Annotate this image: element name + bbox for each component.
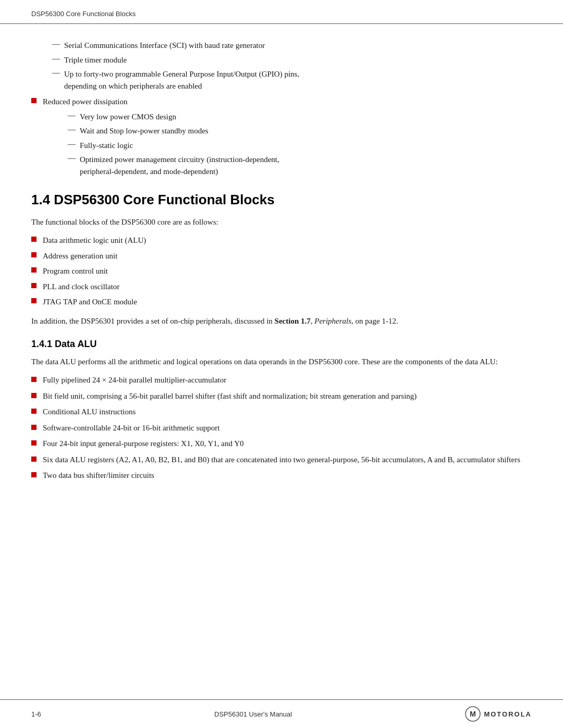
list-item: — Optimized power management circuitry (… (47, 154, 532, 177)
dash-icon: — (52, 40, 60, 48)
bullet-text: Reduced power dissipation (43, 96, 127, 108)
reduced-power-list: Reduced power dissipation (31, 96, 532, 108)
section-1-4-1-heading: 1.4.1 Data ALU (31, 339, 532, 350)
list-item: — Very low power CMOS design (47, 111, 532, 123)
list-item: Four 24-bit input general-purpose regist… (31, 438, 532, 450)
footer-page-number: 1-6 (31, 710, 41, 718)
bullet-square-icon (31, 252, 36, 257)
section-num-bold: 1.7 (301, 317, 311, 325)
bullet-text: Data arithmetic logic unit (ALU) (43, 235, 146, 246)
bullet-text: Software-controllable 24-bit or 16-bit a… (43, 422, 220, 434)
content-area: — Serial Communications Interface (SCI) … (0, 24, 563, 699)
dash-icon: — (68, 140, 76, 149)
bullet-text: Wait and Stop low-power standby modes (80, 125, 532, 137)
list-item: Bit field unit, comprising a 56-bit para… (31, 390, 532, 402)
dash-icon: — (52, 54, 60, 63)
motorola-m-icon: M (465, 706, 481, 722)
bullet-square-icon (31, 393, 36, 398)
list-item: JTAG TAP and OnCE module (31, 296, 532, 308)
bullet-square-icon (31, 472, 36, 477)
section-1-4-bullet-list: Data arithmetic logic unit (ALU) Address… (31, 235, 532, 308)
bullet-text: Address generation unit (43, 250, 117, 262)
bullet-square-icon (31, 98, 36, 103)
subsection-heading-text: 1.4.1 Data ALU (31, 339, 96, 349)
bullet-text: Six data ALU registers (A2, A1, A0, B2, … (43, 454, 520, 466)
list-item: — Up to forty-two programmable General P… (31, 68, 532, 92)
list-item: Data arithmetic logic unit (ALU) (31, 235, 532, 246)
section-1-4-1-intro: The data ALU performs all the arithmetic… (31, 356, 532, 368)
reduced-power-sublist: — Very low power CMOS design — Wait and … (47, 111, 532, 178)
svg-text:M: M (470, 710, 476, 718)
peripherals-italic: Peripherals (314, 317, 351, 325)
section-1-4-intro: The functional blocks of the DSP56300 co… (31, 216, 532, 228)
dash-icon: — (68, 111, 76, 120)
bullet-text: Up to forty-two programmable General Pur… (64, 68, 532, 92)
bullet-square-icon (31, 409, 36, 414)
bullet-text: Bit field unit, comprising a 56-bit para… (43, 390, 417, 402)
addition-text: In addition, the DSP56301 provides a set… (31, 317, 275, 325)
bullet-square-icon (31, 267, 36, 273)
bullet-square-icon (31, 425, 36, 430)
page-header: DSP56300 Core Functional Blocks (0, 0, 563, 24)
page-ref: , on page 1-12. (351, 317, 398, 325)
bullet-text: Conditional ALU instructions (43, 406, 136, 418)
bullet-text: Fully-static logic (80, 140, 532, 152)
bullet-text: Triple timer module (64, 54, 532, 66)
page-footer: 1-6 DSP56301 User's Manual M MOTOROLA (0, 699, 563, 728)
motorola-logo: M MOTOROLA (465, 706, 532, 722)
footer-doc-title: DSP56301 User's Manual (214, 710, 292, 718)
bullet-text: Very low power CMOS design (80, 111, 532, 123)
list-item: — Wait and Stop low-power standby modes (47, 125, 532, 137)
intro-bullet-list: — Serial Communications Interface (SCI) … (31, 40, 532, 92)
page-container: DSP56300 Core Functional Blocks — Serial… (0, 0, 563, 728)
dash-icon: — (68, 125, 76, 134)
dash-icon: — (68, 154, 76, 163)
list-item: Fully pipelined 24 × 24-bit parallel mul… (31, 374, 532, 386)
list-item: Program control unit (31, 265, 532, 277)
list-item: Two data bus shifter/limiter circuits (31, 470, 532, 482)
list-item: Address generation unit (31, 250, 532, 262)
section-bold: Section (275, 317, 299, 325)
bullet-square-icon (31, 237, 36, 242)
bullet-text: Four 24-bit input general-purpose regist… (43, 438, 243, 450)
section-1-4-1-bullet-list: Fully pipelined 24 × 24-bit parallel mul… (31, 374, 532, 482)
bullet-square-icon (31, 377, 36, 382)
bullet-square-icon (31, 456, 36, 462)
section-heading-text: 1.4 DSP56300 Core Functional Blocks (31, 192, 275, 207)
bullet-text: JTAG TAP and OnCE module (43, 296, 137, 308)
list-item: Six data ALU registers (A2, A1, A0, B2, … (31, 454, 532, 466)
bullet-text: Serial Communications Interface (SCI) wi… (64, 40, 532, 52)
list-item: PLL and clock oscillator (31, 281, 532, 293)
bullet-square-icon (31, 440, 36, 446)
list-item: Conditional ALU instructions (31, 406, 532, 418)
list-item: — Fully-static logic (47, 140, 532, 152)
bullet-text: Program control unit (43, 265, 108, 277)
bullet-text: Fully pipelined 24 × 24-bit parallel mul… (43, 374, 226, 386)
bullet-square-icon (31, 298, 36, 303)
section-1-4-addition: In addition, the DSP56301 provides a set… (31, 315, 532, 327)
header-text: DSP56300 Core Functional Blocks (31, 10, 136, 18)
list-item: — Triple timer module (31, 54, 532, 66)
list-item: — Serial Communications Interface (SCI) … (31, 40, 532, 52)
motorola-brand-text: MOTOROLA (484, 710, 532, 718)
bullet-square-icon (31, 283, 36, 288)
list-item: Software-controllable 24-bit or 16-bit a… (31, 422, 532, 434)
bullet-text: Two data bus shifter/limiter circuits (43, 470, 154, 482)
list-item: Reduced power dissipation (31, 96, 532, 108)
section-1-4-heading: 1.4 DSP56300 Core Functional Blocks (31, 192, 532, 208)
bullet-text: PLL and clock oscillator (43, 281, 119, 293)
dash-icon: — (52, 68, 60, 77)
bullet-text: Optimized power management circuitry (in… (80, 154, 532, 177)
